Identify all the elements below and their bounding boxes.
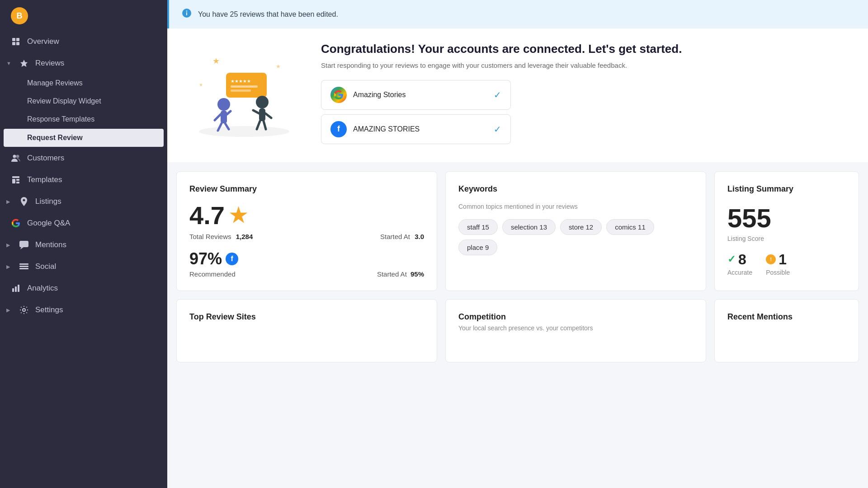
sidebar-item-social[interactable]: ▶ Social bbox=[0, 256, 167, 277]
sidebar-label-customers: Customers bbox=[27, 154, 64, 163]
svg-rect-15 bbox=[19, 266, 28, 267]
sidebar-item-mentions[interactable]: ▶ Mentions bbox=[0, 234, 167, 256]
review-summary-card: Review Summary 4.7 ★ Total Reviews 1,284… bbox=[176, 171, 437, 291]
info-icon bbox=[182, 8, 192, 20]
bottom-cards-row: Top Review Sites Competition Your local … bbox=[167, 291, 868, 371]
sidebar-item-analytics[interactable]: Analytics bbox=[0, 277, 167, 299]
facebook-check-icon: ✓ bbox=[494, 124, 501, 135]
svg-marker-13 bbox=[20, 247, 24, 249]
social-expand-arrow: ▶ bbox=[6, 264, 10, 270]
sidebar-item-listings[interactable]: ▶ Listings bbox=[0, 191, 167, 212]
sidebar-label-analytics: Analytics bbox=[27, 284, 58, 293]
chat-icon bbox=[19, 240, 29, 250]
sidebar-label-reviews: Reviews bbox=[35, 59, 64, 68]
sidebar-label-templates: Templates bbox=[27, 175, 62, 184]
accurate-num: ✓ 8 bbox=[727, 251, 746, 268]
listing-summary-card: Listing Summary 555 Listing Score ✓ 8 Ac… bbox=[714, 171, 859, 291]
sidebar-label-listings: Listings bbox=[35, 197, 61, 206]
svg-rect-12 bbox=[19, 241, 28, 247]
svg-rect-9 bbox=[16, 179, 19, 181]
listing-metrics: ✓ 8 Accurate ! 1 Possible bbox=[727, 251, 846, 276]
google-icon bbox=[11, 218, 21, 228]
svg-point-24 bbox=[199, 126, 289, 137]
sidebar-logo: B bbox=[0, 5, 167, 27]
svg-marker-4 bbox=[20, 60, 28, 67]
sidebar-item-response-templates[interactable]: Response Templates bbox=[0, 110, 167, 128]
svg-rect-8 bbox=[12, 179, 15, 183]
sidebar-label-settings: Settings bbox=[35, 305, 63, 314]
account-card-facebook: f AMAZING STORIES ✓ bbox=[321, 114, 511, 144]
svg-point-11 bbox=[23, 199, 25, 202]
sidebar-item-templates[interactable]: Templates bbox=[0, 169, 167, 191]
gear-icon bbox=[19, 305, 29, 315]
top-review-sites-title: Top Review Sites bbox=[189, 312, 424, 322]
svg-point-20 bbox=[23, 309, 25, 311]
listing-score: 555 bbox=[727, 203, 846, 233]
facebook-recommend-icon: f bbox=[226, 253, 238, 265]
recommend-percent: 97% bbox=[189, 249, 222, 268]
svg-text:★: ★ bbox=[212, 56, 220, 66]
recent-mentions-title: Recent Mentions bbox=[727, 312, 846, 322]
orange-dot-icon: ! bbox=[766, 254, 776, 264]
sidebar-item-settings[interactable]: ▶ Settings bbox=[0, 299, 167, 321]
svg-point-6 bbox=[16, 155, 19, 158]
svg-point-32 bbox=[217, 98, 230, 111]
sidebar-item-request-review[interactable]: Request Review bbox=[4, 129, 164, 147]
sidebar-label-mentions: Mentions bbox=[35, 240, 66, 249]
facebook-account-name: AMAZING STORIES bbox=[353, 125, 487, 133]
keywords-title: Keywords bbox=[458, 184, 693, 194]
people-icon bbox=[11, 153, 21, 163]
sidebar-label-social: Social bbox=[35, 262, 56, 271]
star-icon bbox=[19, 58, 29, 68]
congrats-text-block: Congratulations! Your accounts are conne… bbox=[321, 42, 850, 149]
keyword-tags: staff 15 selection 13 store 12 comics 11… bbox=[458, 219, 693, 255]
svg-rect-33 bbox=[221, 111, 227, 123]
sidebar-item-google-qa[interactable]: Google Q&A bbox=[0, 212, 167, 234]
keywords-card: Keywords Common topics mentioned in your… bbox=[445, 171, 706, 291]
response-templates-label: Response Templates bbox=[27, 115, 94, 123]
main-content: You have 25 reviews that have been edite… bbox=[167, 0, 868, 488]
mentions-expand-arrow: ▶ bbox=[6, 242, 10, 248]
google-avatar bbox=[330, 87, 347, 103]
svg-text:★: ★ bbox=[199, 82, 203, 87]
logo-icon: B bbox=[11, 7, 28, 24]
svg-text:★: ★ bbox=[276, 63, 281, 70]
svg-line-40 bbox=[253, 110, 259, 113]
request-review-label: Request Review bbox=[27, 134, 83, 142]
keyword-tag-place: place 9 bbox=[458, 239, 497, 255]
chart-icon bbox=[11, 283, 21, 293]
possible-num: ! 1 bbox=[766, 251, 787, 268]
sidebar-item-customers[interactable]: Customers bbox=[0, 147, 167, 169]
rating-value: 4.7 bbox=[189, 203, 225, 228]
sidebar-item-overview[interactable]: Overview bbox=[0, 31, 167, 52]
svg-rect-1 bbox=[16, 38, 19, 41]
social-icon bbox=[19, 262, 29, 272]
competition-subtitle: Your local search presence vs. your comp… bbox=[458, 324, 693, 332]
sidebar-item-manage-reviews[interactable]: Manage Reviews bbox=[0, 74, 167, 92]
keyword-tag-store: store 12 bbox=[560, 219, 602, 235]
congrats-illustration: ★ ★ ★ ★★★★★ bbox=[185, 50, 303, 141]
svg-rect-16 bbox=[19, 268, 28, 269]
sidebar: B Overview ▼ Reviews Manage Reviews Revi… bbox=[0, 0, 167, 488]
svg-rect-0 bbox=[12, 38, 15, 41]
sidebar-item-reviews[interactable]: ▼ Reviews bbox=[0, 52, 167, 74]
review-summary-title: Review Summary bbox=[189, 184, 424, 194]
keyword-tag-selection: selection 13 bbox=[502, 219, 556, 235]
possible-label: Possible bbox=[766, 269, 790, 276]
total-reviews-label: Total Reviews 1,284 bbox=[189, 233, 253, 240]
template-icon bbox=[11, 175, 21, 185]
svg-rect-28 bbox=[226, 73, 267, 98]
svg-rect-31 bbox=[231, 89, 251, 92]
cards-row: Review Summary 4.7 ★ Total Reviews 1,284… bbox=[167, 162, 868, 291]
svg-point-23 bbox=[186, 10, 187, 11]
svg-point-38 bbox=[256, 96, 269, 108]
listings-expand-arrow: ▶ bbox=[6, 199, 10, 205]
congrats-section: ★ ★ ★ ★★★★★ bbox=[167, 28, 868, 162]
competition-card: Competition Your local search presence v… bbox=[445, 299, 706, 362]
svg-rect-10 bbox=[16, 182, 19, 183]
google-check-icon: ✓ bbox=[494, 89, 501, 100]
possible-metric: ! 1 Possible bbox=[766, 251, 790, 276]
svg-rect-2 bbox=[12, 42, 15, 45]
sidebar-item-review-display-widget[interactable]: Review Display Widget bbox=[0, 92, 167, 110]
svg-rect-7 bbox=[12, 176, 19, 178]
